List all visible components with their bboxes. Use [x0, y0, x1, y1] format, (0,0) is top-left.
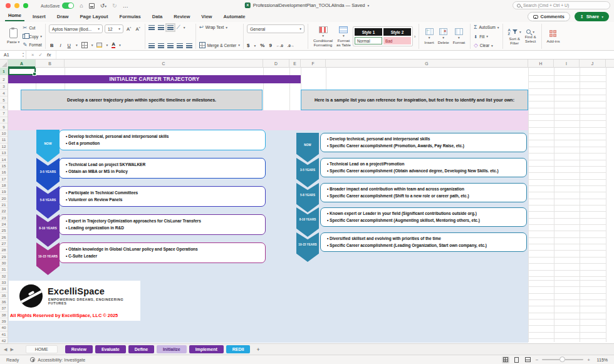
confirm-entry-icon[interactable]: ✓ [38, 52, 42, 58]
fill-color-icon[interactable] [96, 43, 102, 48]
column-header-c[interactable]: C [65, 60, 263, 68]
column-header-b[interactable]: B [36, 60, 65, 68]
autosum-button[interactable]: ΣAutoSum▾ [474, 24, 499, 30]
row-header[interactable]: 42 [0, 338, 8, 343]
autosave-toggle[interactable] [62, 3, 74, 9]
style-bad-option[interactable]: Bad [383, 37, 411, 44]
row-header[interactable]: 22 [0, 208, 8, 214]
column-header-d[interactable]: D [263, 60, 289, 68]
percent-format-icon[interactable]: % [260, 43, 264, 48]
row-header[interactable]: 1 [0, 68, 8, 75]
tab-automate[interactable]: Automate [221, 12, 249, 21]
timeline-textbox[interactable]: Develop technical, personal and interper… [59, 130, 266, 150]
align-middle-icon[interactable] [158, 25, 164, 30]
left-instruction-box[interactable]: Develop a career trajectory plan within … [21, 90, 263, 110]
row-header[interactable]: 26 [0, 234, 8, 240]
row-header[interactable]: 7 [0, 110, 8, 117]
select-all-corner[interactable] [0, 60, 8, 68]
align-top-icon[interactable] [148, 25, 155, 30]
column-header-j[interactable]: J [580, 60, 606, 68]
row-header[interactable]: 8 [0, 117, 8, 124]
normal-view-button[interactable] [502, 356, 509, 363]
increase-decimal-icon[interactable]: ←.0 [276, 44, 283, 48]
row-header[interactable]: 27 [0, 241, 8, 247]
cut-button[interactable]: ✂Cut [23, 24, 42, 31]
row-header[interactable]: 29 [0, 254, 8, 260]
close-window-button[interactable] [6, 3, 11, 8]
row-headers[interactable]: 1234567891011121314151617181920212223242… [0, 68, 8, 343]
row-header[interactable]: 2 [0, 75, 8, 83]
sheet-tab-initialize-active[interactable]: Initialize [157, 345, 187, 353]
font-name-select[interactable]: Aptos Narrow (Bod...▾ [49, 24, 103, 33]
tab-draw[interactable]: Draw [54, 12, 72, 21]
row-header[interactable]: 9 [0, 123, 8, 130]
merge-center-button[interactable]: Merge & Center▾ [199, 42, 240, 48]
selected-cell-a1[interactable] [8, 68, 36, 75]
align-bottom-icon[interactable] [167, 25, 174, 30]
row-header[interactable]: 33 [0, 279, 8, 286]
timeline-textbox[interactable]: Technical Lead on a project/Promotion Sp… [320, 158, 527, 177]
tab-formulas[interactable]: Formulas [117, 12, 144, 21]
sheet-nav-left-icon[interactable]: ◀ [4, 347, 7, 352]
align-right-icon[interactable] [167, 43, 174, 48]
undo-icon[interactable]: ↺▾ [100, 3, 107, 9]
column-header-h[interactable]: H [528, 60, 554, 68]
accessibility-status[interactable]: Accessibility: Investigate [38, 358, 85, 362]
timeline-textbox[interactable]: Broader impact and contribution within t… [320, 183, 527, 202]
timeline-textbox[interactable]: Technical Lead on project SKYWALKER Obta… [59, 158, 266, 179]
home-icon[interactable]: ⌂ [80, 3, 83, 9]
insert-function-icon[interactable]: fx [47, 52, 51, 58]
fill-button[interactable]: ⬇Fill▾ [474, 34, 499, 39]
row-header[interactable]: 3 [0, 83, 8, 90]
style-2-option[interactable]: Style 2 [383, 28, 411, 36]
sheet-tab-evaluate[interactable]: Evaluate [95, 345, 126, 353]
row-header[interactable]: 41 [0, 331, 8, 338]
row-header[interactable]: 23 [0, 214, 8, 221]
zoom-in-button[interactable]: + [587, 357, 590, 363]
more-commands-icon[interactable]: … [123, 3, 128, 9]
tab-data[interactable]: Data [149, 12, 165, 21]
sheet-tab-implement[interactable]: Implement [189, 345, 224, 353]
row-header[interactable]: 17 [0, 175, 8, 182]
sheet-tab-define[interactable]: Define [128, 345, 154, 353]
sort-filter-button[interactable]: AZ▾ Sort &Filter [508, 28, 521, 45]
comma-format-icon[interactable]: 9 [269, 43, 271, 48]
font-color-icon[interactable]: A [112, 42, 115, 48]
align-left-icon[interactable] [148, 43, 155, 48]
sheet-nav-right-icon[interactable]: ▶ [10, 347, 13, 352]
row-header[interactable]: 14 [0, 156, 8, 162]
row-header[interactable]: 21 [0, 202, 8, 208]
section-banner[interactable]: INITIALIZE CAREER TRAJECTORY [8, 75, 301, 83]
row-header[interactable]: 16 [0, 169, 8, 175]
row-header[interactable]: 5 [0, 96, 8, 103]
underline-button[interactable]: U [66, 43, 72, 48]
style-normal-option[interactable]: Normal [355, 37, 382, 44]
sheet-canvas[interactable]: INITIALIZE CAREER TRAJECTORY Develop a c… [8, 68, 614, 343]
zoom-window-button[interactable] [23, 3, 28, 8]
formula-input[interactable] [56, 51, 614, 59]
row-header[interactable]: 11 [0, 137, 8, 143]
row-header[interactable]: 24 [0, 221, 8, 227]
timeline-textbox[interactable]: Expert in Trajectory Optimization approa… [59, 214, 266, 235]
zoom-slider[interactable] [542, 359, 583, 360]
row-header[interactable]: 6 [0, 103, 8, 110]
paste-button[interactable]: Paste ▾ [7, 28, 19, 44]
conditional-formatting-button[interactable]: ▾ ConditionalFormatting [313, 26, 333, 47]
tab-review[interactable]: Review [170, 12, 193, 21]
row-header[interactable]: 20 [0, 195, 8, 201]
row-header[interactable]: 18 [0, 182, 8, 189]
align-center-icon[interactable] [158, 43, 164, 48]
increase-font-size-button[interactable]: A˄ [125, 26, 132, 32]
orientation-icon[interactable]: ⟋ [177, 24, 180, 30]
currency-format-icon[interactable]: $ [247, 43, 249, 48]
copy-button[interactable]: Copy ▾ [23, 33, 42, 40]
row-header[interactable]: 19 [0, 189, 8, 195]
row-header[interactable]: 4 [0, 90, 8, 96]
sheet-tab-redii[interactable]: REDII [226, 345, 251, 353]
find-select-button[interactable]: ▾ Find &Select [525, 29, 536, 43]
add-sheet-button[interactable]: + [256, 346, 259, 353]
decrease-font-size-button[interactable]: A˅ [134, 26, 141, 32]
column-header-e[interactable]: E [289, 60, 301, 68]
tab-view[interactable]: View [198, 12, 215, 21]
sheet-tab-home[interactable]: HOME [26, 345, 58, 353]
